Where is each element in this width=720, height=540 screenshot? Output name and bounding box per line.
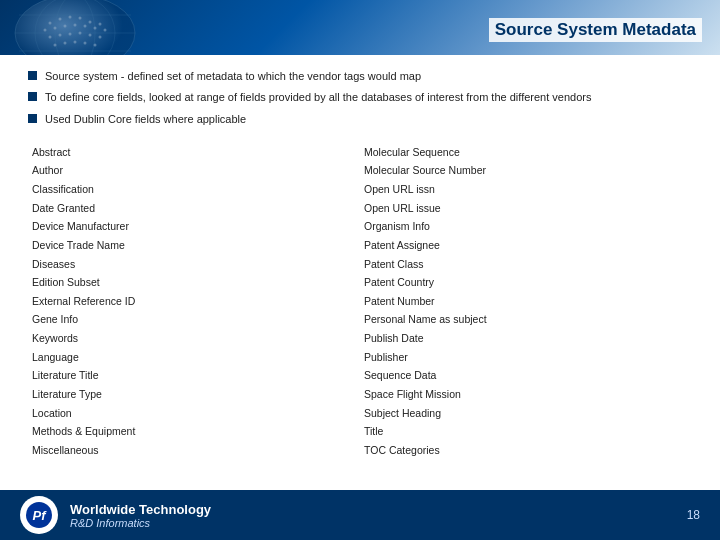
field-right-item: Personal Name as subject [364,311,688,330]
field-left-item: External Reference ID [32,292,356,311]
field-right-item: Molecular Sequence [364,143,688,162]
main-content: Source system - defined set of metadata … [0,55,720,485]
svg-point-26 [54,44,57,47]
field-right-item: Patent Number [364,292,688,311]
svg-point-19 [104,29,107,32]
field-left-item: Device Manufacturer [32,218,356,237]
bullet-icon-2 [28,92,37,101]
field-left-item: Abstract [32,143,356,162]
svg-point-16 [74,24,77,27]
field-left-item: Keywords [32,330,356,349]
pfizer-logo-icon: Pf [25,501,53,529]
field-left-item: Edition Subset [32,274,356,293]
svg-point-23 [79,32,82,35]
svg-point-15 [64,25,67,28]
svg-text:Pf: Pf [33,508,48,523]
svg-point-10 [79,17,82,20]
svg-point-21 [59,34,62,37]
field-right-item: Publisher [364,348,688,367]
field-left-item: Language [32,348,356,367]
fields-left-column: AbstractAuthorClassificationDate Granted… [28,143,360,460]
svg-point-13 [44,29,47,32]
page-number: 18 [687,508,700,522]
svg-point-14 [54,27,57,30]
field-right-item: Molecular Source Number [364,162,688,181]
svg-point-24 [89,34,92,37]
field-right-item: Patent Class [364,255,688,274]
pfizer-logo: Pf [20,496,58,534]
footer: Pf Worldwide Technology R&D Informatics … [0,490,720,540]
bullet-item-3: Used Dublin Core fields where applicable [28,112,692,127]
bullet-item-1: Source system - defined set of metadata … [28,69,692,84]
field-right-item: Space Flight Mission [364,386,688,405]
company-subtitle: R&D Informatics [70,517,211,529]
field-right-item: Publish Date [364,330,688,349]
field-right-item: TOC Categories [364,441,688,460]
bullet-list: Source system - defined set of metadata … [28,69,692,127]
svg-point-11 [89,21,92,24]
svg-point-0 [15,0,135,55]
svg-point-20 [49,36,52,39]
svg-point-28 [74,41,77,44]
svg-point-12 [99,23,102,26]
field-left-item: Methods & Equipment [32,423,356,442]
field-right-item: Patent Assignee [364,236,688,255]
field-left-item: Date Granted [32,199,356,218]
field-left-item: Diseases [32,255,356,274]
footer-logo-area: Pf Worldwide Technology R&D Informatics [20,496,211,534]
page-title: Source System Metadata [489,18,702,42]
field-right-item: Subject Heading [364,404,688,423]
field-left-item: Location [32,404,356,423]
bullet-icon-1 [28,71,37,80]
svg-point-22 [69,33,72,36]
field-right-item: Open URL issn [364,180,688,199]
svg-point-30 [94,44,97,47]
field-right-item: Organism Info [364,218,688,237]
bullet-item-2: To define core fields, looked at range o… [28,90,692,105]
svg-point-7 [49,22,52,25]
globe-decoration [0,0,195,55]
field-left-item: Miscellaneous [32,441,356,460]
svg-point-18 [94,27,97,30]
field-left-item: Literature Title [32,367,356,386]
svg-point-8 [59,18,62,21]
fields-right-column: Molecular SequenceMolecular Source Numbe… [360,143,692,460]
field-right-item: Patent Country [364,274,688,293]
svg-point-27 [64,42,67,45]
fields-container: AbstractAuthorClassificationDate Granted… [28,143,692,460]
field-right-item: Sequence Data [364,367,688,386]
field-left-item: Gene Info [32,311,356,330]
field-left-item: Literature Type [32,386,356,405]
footer-text-block: Worldwide Technology R&D Informatics [70,502,211,529]
field-left-item: Author [32,162,356,181]
svg-point-25 [99,36,102,39]
field-left-item: Device Trade Name [32,236,356,255]
field-left-item: Classification [32,180,356,199]
field-right-item: Title [364,423,688,442]
svg-point-29 [84,42,87,45]
company-name: Worldwide Technology [70,502,211,517]
field-right-item: Open URL issue [364,199,688,218]
bullet-icon-3 [28,114,37,123]
svg-point-17 [84,25,87,28]
svg-point-9 [69,16,72,19]
